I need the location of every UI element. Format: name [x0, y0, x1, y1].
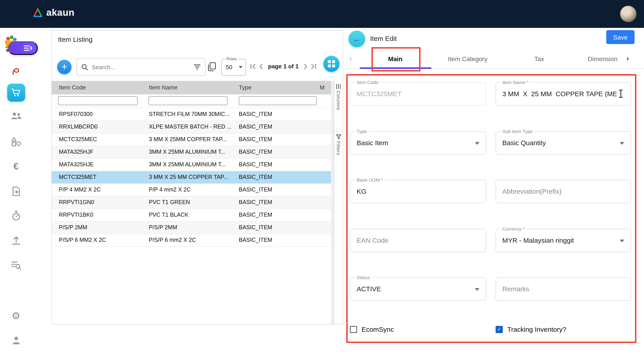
column-header-item-name[interactable]: Item Name: [149, 84, 178, 91]
page-indicator: page 1 of 1: [268, 63, 298, 70]
filter-input-item-name[interactable]: [148, 96, 228, 105]
pdf-icon[interactable]: [0, 66, 32, 76]
chevron-down-icon[interactable]: [620, 240, 624, 242]
table-cell: BASIC_ITEM: [239, 212, 320, 218]
currency-value: MYR - Malaysian ringgit: [502, 236, 574, 244]
rows-value: 50: [226, 64, 232, 70]
table-row[interactable]: MATA325HJF3MM X 25MM ALUMINIUM T...BASIC…: [52, 146, 331, 159]
audit-search-icon[interactable]: [0, 260, 32, 270]
table-cell: P/S/P 2MM: [59, 224, 146, 231]
text-cursor-icon: [618, 89, 623, 98]
field-item-name[interactable]: Item Name * 3 MM X 25 MM COPPER TAPE (ME…: [496, 82, 631, 106]
ean-code-placeholder: EAN Code: [357, 236, 388, 244]
filter-list-icon[interactable]: [194, 64, 200, 70]
table-row[interactable]: MCTC325MET3 MM X 25 MM COPPER TAP...BASI…: [52, 171, 331, 184]
tabs-scroll-right-icon[interactable]: ›: [626, 54, 629, 62]
table-row[interactable]: RRPVTI1GN0PVC T1 GREENBASIC_ITEM: [52, 196, 331, 209]
chevron-down-icon[interactable]: [475, 288, 480, 291]
table-row[interactable]: RPSF070300STRETCH FILM 70MM 30MIC...BASI…: [52, 108, 331, 121]
search-box[interactable]: [76, 58, 206, 76]
table-cell: 3MM X 25MM ALUMINIUM T...: [149, 161, 237, 168]
upload-icon[interactable]: [0, 236, 32, 245]
euro-icon[interactable]: €: [0, 161, 32, 172]
tab-dimension[interactable]: Dimension: [588, 55, 618, 62]
topbar: akaun: [0, 0, 644, 28]
next-page-icon[interactable]: [303, 63, 308, 69]
table-scrollbar[interactable]: [331, 81, 334, 324]
field-remarks[interactable]: Remarks: [496, 277, 631, 301]
timer-icon[interactable]: [0, 210, 32, 221]
table-cell: P/P 4 MM2 X 2C: [59, 187, 146, 193]
field-status[interactable]: Status ACTIVE: [350, 277, 486, 301]
table-cell: BASIC_ITEM: [239, 224, 320, 231]
field-sub-item-type[interactable]: Sub Item Type Basic Quantity: [496, 131, 631, 155]
table-cell: BASIC_ITEM: [239, 124, 320, 130]
field-base-uom[interactable]: Base UOM * KG: [350, 180, 486, 203]
tabs-scroll-left-icon[interactable]: ‹: [350, 54, 352, 62]
columns-side-tab[interactable]: Columns: [334, 81, 343, 131]
shapes-icon[interactable]: [0, 137, 32, 147]
table-cell: RRPVTI1BK0: [59, 212, 146, 218]
type-value: Basic Item: [357, 139, 388, 147]
tracking-inventory-row: ✓ Tracking Inventory?: [496, 326, 566, 333]
chevron-down-icon[interactable]: [620, 142, 624, 145]
field-type[interactable]: Type Basic Item: [350, 131, 486, 155]
table-row[interactable]: MCTC325MEC3 MM X 25MM COPPER TAP...BASIC…: [52, 133, 331, 146]
table-row[interactable]: P/S/P 6 MM2 X 2CP/S/P 6 mm2 X 2CBASIC_IT…: [52, 234, 331, 247]
status-label: Status: [355, 275, 372, 280]
table-row[interactable]: RRPVTI1BK0PVC T1 BLACKBASIC_ITEM: [52, 209, 331, 222]
table-cell: BASIC_ITEM: [239, 149, 320, 155]
field-abbreviation[interactable]: Abbreviation(Prefix): [496, 180, 631, 203]
last-page-icon[interactable]: [310, 63, 317, 69]
first-page-icon[interactable]: [250, 63, 256, 69]
app-root: akaun: [0, 0, 644, 356]
filter-input-item-code[interactable]: [58, 96, 138, 105]
table-row[interactable]: P/S/P 2MMP/S/P 2MMBASIC_ITEM: [52, 222, 331, 234]
gear-icon[interactable]: ⚙: [0, 310, 32, 321]
column-header-type[interactable]: Type: [239, 84, 252, 91]
table-cell: 3 MM X 25 MM COPPER TAP...: [149, 174, 237, 180]
search-input[interactable]: [91, 63, 191, 71]
grid-view-button[interactable]: [323, 56, 340, 72]
prev-page-icon[interactable]: [258, 63, 264, 69]
users-icon[interactable]: [0, 111, 32, 120]
duplicate-pages-icon[interactable]: [207, 62, 216, 71]
pos-cart-button[interactable]: [7, 84, 25, 102]
column-header-m[interactable]: M: [320, 84, 325, 91]
table-cell: 3 MM X 25MM COPPER TAP...: [149, 136, 237, 142]
table-cell: MCTC325MET: [59, 174, 146, 180]
file-export-icon[interactable]: [0, 186, 32, 196]
rows-per-page-select[interactable]: Rows 50: [221, 59, 246, 75]
tab-tax[interactable]: Tax: [534, 55, 544, 62]
filters-side-tab[interactable]: Filters: [334, 131, 343, 155]
table-cell: BASIC_ITEM: [239, 199, 320, 205]
tab-item-category[interactable]: Item Category: [448, 55, 488, 62]
editor-title: Item Edit: [370, 35, 397, 42]
add-item-button[interactable]: +: [57, 60, 72, 74]
table-row[interactable]: P/P 4 MM2 X 2CP/P 4 mm2 X 2CBASIC_ITEM: [52, 184, 331, 196]
chevron-down-icon[interactable]: [475, 142, 480, 145]
profile-icon[interactable]: [0, 335, 32, 345]
filter-input-type[interactable]: [239, 96, 316, 105]
table-cell: RRXLMBCRD0: [59, 124, 146, 130]
user-avatar[interactable]: [620, 5, 637, 22]
field-currency[interactable]: Currency * MYR - Malaysian ringgit: [496, 229, 631, 252]
ecomsync-checkbox[interactable]: ✓: [350, 326, 357, 333]
brand-logo[interactable]: akaun: [32, 7, 74, 18]
save-button[interactable]: Save: [606, 30, 634, 44]
column-header-item-code[interactable]: Item Code: [59, 84, 86, 91]
back-button[interactable]: ←: [348, 30, 365, 47]
table-cell: BASIC_ITEM: [239, 174, 320, 180]
table-row[interactable]: MATA325HJE3MM X 25MM ALUMINIUM T...BASIC…: [52, 159, 331, 171]
table-cell: XLPE MASTER BATCH - RED ...: [149, 124, 237, 130]
item-listing-panel: Item Listing + Rows 50: [51, 30, 343, 325]
tracking-inventory-checkbox[interactable]: ✓: [496, 326, 503, 333]
abbreviation-placeholder: Abbreviation(Prefix): [502, 187, 562, 195]
item-table-body: RPSF070300STRETCH FILM 70MM 30MIC...BASI…: [52, 108, 331, 247]
table-row[interactable]: RRXLMBCRD0XLPE MASTER BATCH - RED ...BAS…: [52, 121, 331, 133]
field-ean-code[interactable]: EAN Code: [350, 229, 486, 252]
tab-main[interactable]: Main: [388, 55, 402, 62]
table-cell: P/S/P 2MM: [149, 224, 237, 231]
table-cell: BASIC_ITEM: [239, 161, 320, 168]
sidebar-toggle-button[interactable]: [8, 41, 38, 55]
